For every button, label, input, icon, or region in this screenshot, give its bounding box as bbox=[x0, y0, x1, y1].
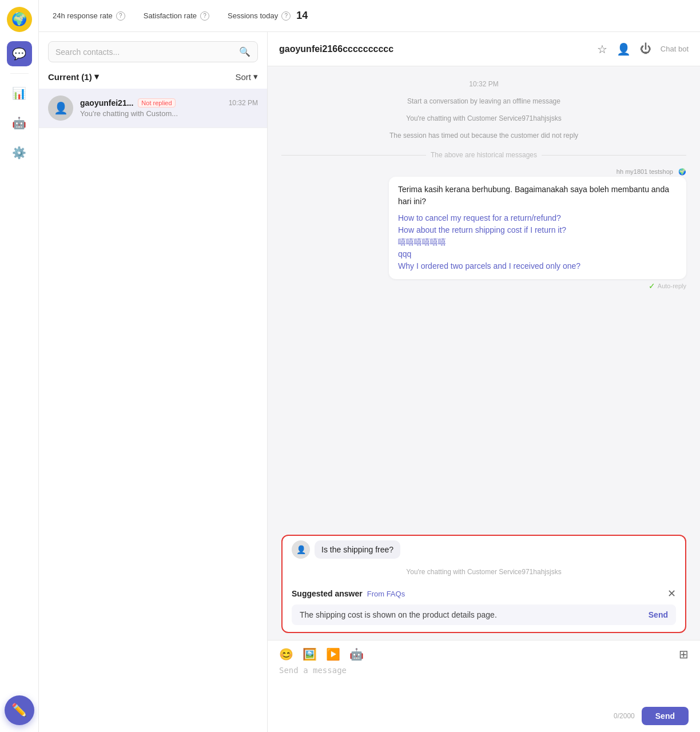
link-3[interactable]: 嘻嘻嘻嘻嘻嘻 bbox=[398, 236, 677, 248]
contacts-panel: 🔍 Current (1) ▾ Sort ▾ 👤 gao bbox=[39, 32, 268, 732]
chat-input-bottom: 0/2000 Send bbox=[279, 707, 689, 725]
char-count: 0/2000 bbox=[614, 712, 635, 720]
star-button[interactable]: ☆ bbox=[597, 42, 607, 56]
link-2[interactable]: How about the return shipping cost if I … bbox=[398, 224, 677, 236]
topbar: 24h response rate ? Satisfaction rate ? … bbox=[39, 0, 700, 32]
sort-button[interactable]: Sort ▾ bbox=[235, 71, 258, 82]
filter-current-label: Current (1) bbox=[48, 72, 92, 82]
sort-chevron-icon: ▾ bbox=[253, 71, 258, 82]
customer-message-bubble: Is the shipping free? bbox=[315, 540, 400, 559]
suggested-chatting-with: You're chatting with Customer Service971… bbox=[283, 566, 685, 580]
contacts-filter: Current (1) ▾ Sort ▾ bbox=[39, 67, 267, 89]
suggested-send-button[interactable]: Send bbox=[649, 610, 668, 619]
chat-bot-label: Chat bot bbox=[661, 45, 689, 53]
stat-satisfaction-rate-label: Satisfaction rate bbox=[144, 11, 197, 20]
stat-sessions-today: Sessions today ? 14 bbox=[228, 10, 308, 22]
chat-input-toolbar: 😊 🖼️ ▶️ 🤖 ⊞ bbox=[279, 647, 689, 661]
customer-message-text: Is the shipping free? bbox=[321, 545, 393, 554]
sidebar-item-settings[interactable]: ⚙️ bbox=[7, 140, 32, 165]
suggested-header: Suggested answer From FAQs ✕ bbox=[283, 580, 685, 604]
compose-button[interactable]: ✏️ bbox=[5, 695, 34, 725]
timestamp-message: 10:32 PM bbox=[281, 80, 686, 88]
image-icon[interactable]: 🖼️ bbox=[303, 647, 317, 661]
search-icon: 🔍 bbox=[239, 46, 250, 57]
contact-info: gaoyunfei21... Not replied 10:32 PM You'… bbox=[80, 98, 258, 118]
suggested-from-faqs: From FAQs bbox=[367, 590, 405, 598]
stat-satisfaction-rate: Satisfaction rate ? bbox=[144, 11, 209, 21]
contact-item[interactable]: 👤 gaoyunfei21... Not replied 10:32 PM Yo… bbox=[39, 89, 267, 128]
bubble-text: Terima kasih kerana berhubung. Bagaimana… bbox=[398, 185, 669, 206]
contact-name: gaoyunfei21... bbox=[80, 98, 133, 108]
grid-icon[interactable]: ⊞ bbox=[679, 647, 689, 661]
chat-messages: 10:32 PM Start a conversation by leaving… bbox=[268, 66, 700, 535]
person-button[interactable]: 👤 bbox=[617, 42, 631, 56]
suggested-close-button[interactable]: ✕ bbox=[667, 587, 676, 600]
chevron-down-icon: ▾ bbox=[94, 71, 99, 82]
stat-sessions-today-label: Sessions today bbox=[228, 11, 278, 20]
main-content: 24h response rate ? Satisfaction rate ? … bbox=[39, 0, 700, 732]
suggested-customer-avatar: 👤 bbox=[292, 540, 310, 559]
emoji-icon[interactable]: 😊 bbox=[279, 647, 293, 661]
link-4[interactable]: qqq bbox=[398, 248, 677, 260]
suggested-customer-msg-row: 👤 Is the shipping free? bbox=[283, 536, 685, 566]
link-1[interactable]: How to cancel my request for a return/re… bbox=[398, 212, 677, 224]
response-rate-info-icon[interactable]: ? bbox=[116, 11, 125, 21]
contact-time: 10:32 PM bbox=[229, 99, 258, 107]
sender-emoji: 🌍 bbox=[678, 168, 686, 175]
panel-area: 🔍 Current (1) ▾ Sort ▾ 👤 gao bbox=[39, 32, 700, 732]
filter-current-button[interactable]: Current (1) ▾ bbox=[48, 71, 99, 82]
historical-divider-text: The above are historical messages bbox=[431, 151, 537, 159]
sidebar-bottom: ✏️ bbox=[5, 695, 34, 725]
send-button[interactable]: Send bbox=[642, 707, 689, 725]
chat-header-username: gaoyunfei2166cccccccccc bbox=[279, 44, 393, 54]
suggested-answer-label: Suggested answer bbox=[292, 589, 363, 598]
historical-divider: The above are historical messages bbox=[281, 151, 686, 159]
contact-avatar: 👤 bbox=[48, 96, 73, 121]
sidebar: 🌍 💬 📊 🤖 ⚙️ ✏️ bbox=[0, 0, 39, 732]
sys-msg-chatting: You're chatting with Customer Service971… bbox=[281, 114, 686, 122]
contact-not-replied-badge: Not replied bbox=[138, 98, 175, 108]
chat-header: gaoyunfei2166cccccccccc ☆ 👤 ⏻ Chat bot bbox=[268, 32, 700, 66]
avatar-emoji: 🌍 bbox=[11, 12, 27, 27]
outgoing-bubble: Terima kasih kerana berhubung. Bagaimana… bbox=[389, 177, 686, 279]
contact-list: 👤 gaoyunfei21... Not replied 10:32 PM Yo… bbox=[39, 89, 267, 732]
stat-response-rate: 24h response rate ? bbox=[53, 11, 125, 21]
search-box[interactable]: 🔍 bbox=[48, 41, 258, 62]
suggested-answer-text: The shipping cost is shown on the produc… bbox=[300, 610, 497, 619]
sys-msg-offline: Start a conversation by leaving an offli… bbox=[281, 97, 686, 105]
satisfaction-rate-info-icon[interactable]: ? bbox=[200, 11, 209, 21]
contacts-search-area: 🔍 bbox=[39, 32, 267, 67]
sender-name: hh my1801 testshop 🌍 bbox=[281, 168, 686, 176]
video-icon[interactable]: ▶️ bbox=[326, 647, 340, 661]
sys-msg-timeout: The session has timed out because the cu… bbox=[281, 132, 686, 140]
sort-label: Sort bbox=[235, 72, 251, 82]
chat-input-area: 😊 🖼️ ▶️ 🤖 ⊞ 0/2000 Send bbox=[268, 640, 700, 732]
sidebar-divider bbox=[10, 73, 29, 74]
sessions-today-info-icon[interactable]: ? bbox=[281, 11, 291, 21]
sidebar-item-stats[interactable]: 📊 bbox=[7, 81, 32, 106]
message-input[interactable] bbox=[279, 666, 689, 700]
suggested-answer-box: The shipping cost is shown on the produc… bbox=[292, 604, 676, 625]
auto-reply-label: Auto-reply bbox=[658, 283, 686, 289]
contact-preview: You're chatting with Custom... bbox=[80, 109, 258, 118]
sidebar-item-chat[interactable]: 💬 bbox=[7, 41, 32, 66]
bot-icon[interactable]: 🤖 bbox=[349, 647, 364, 661]
sessions-today-count: 14 bbox=[296, 10, 308, 22]
search-input[interactable] bbox=[55, 47, 234, 57]
chat-panel: gaoyunfei2166cccccccccc ☆ 👤 ⏻ Chat bot 1… bbox=[268, 32, 700, 732]
suggested-answer-area: 👤 Is the shipping free? You're chatting … bbox=[281, 535, 686, 633]
outgoing-message-row: hh my1801 testshop 🌍 Terima kasih kerana… bbox=[281, 168, 686, 291]
sidebar-avatar: 🌍 bbox=[7, 7, 32, 32]
outgoing-bubble-row: Terima kasih kerana berhubung. Bagaimana… bbox=[281, 177, 686, 279]
check-icon: ✓ bbox=[649, 281, 655, 291]
contact-top: gaoyunfei21... Not replied 10:32 PM bbox=[80, 98, 258, 108]
power-button[interactable]: ⏻ bbox=[640, 42, 651, 55]
stat-response-rate-label: 24h response rate bbox=[53, 11, 113, 20]
chat-header-actions: ☆ 👤 ⏻ Chat bot bbox=[597, 42, 689, 56]
sidebar-item-bot[interactable]: 🤖 bbox=[7, 110, 32, 136]
msg-meta: ✓ Auto-reply bbox=[281, 281, 686, 291]
link-5[interactable]: Why I ordered two parcels and I received… bbox=[398, 260, 677, 272]
